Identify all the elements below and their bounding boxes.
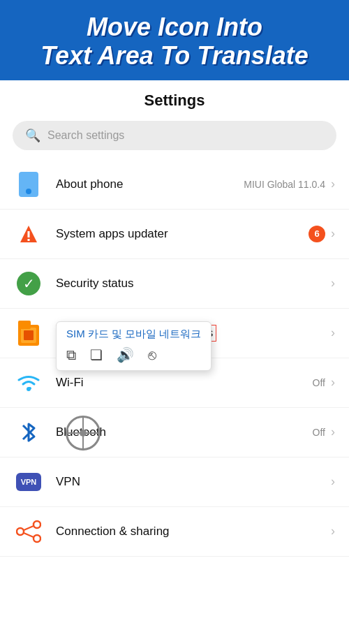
sim-chevron: › xyxy=(331,325,335,340)
system-apps-badge: 6 xyxy=(309,226,325,242)
search-bar-container: 🔍 Search settings xyxy=(0,117,349,160)
about-phone-label: About phone xyxy=(56,177,244,191)
tooltip-copy-all-icon[interactable]: ❏ xyxy=(90,346,103,363)
system-apps-icon xyxy=(14,219,43,249)
connection-icon xyxy=(14,517,43,546)
about-phone-chevron: › xyxy=(331,177,335,191)
search-bar[interactable]: 🔍 Search settings xyxy=(13,121,336,150)
bluetooth-icon xyxy=(14,418,43,447)
wifi-value: Off xyxy=(313,377,325,388)
tooltip-volume-icon[interactable]: 🔊 xyxy=(117,346,134,363)
bluetooth-chevron: › xyxy=(331,425,335,439)
svg-point-10 xyxy=(34,535,40,542)
security-icon: ✓ xyxy=(14,269,43,298)
search-icon: 🔍 xyxy=(25,128,40,143)
connection-chevron: › xyxy=(331,524,335,539)
svg-rect-6 xyxy=(18,321,31,329)
svg-rect-2 xyxy=(28,239,30,241)
about-phone-icon xyxy=(14,170,43,199)
svg-point-8 xyxy=(17,528,24,535)
tooltip-copy-icon[interactable]: ⧉ xyxy=(66,347,76,363)
vpn-label: VPN xyxy=(56,475,329,489)
bluetooth-value: Off xyxy=(313,427,325,438)
svg-point-7 xyxy=(27,387,31,391)
tooltip-actions: ⧉ ❏ 🔊 ⎋ xyxy=(66,346,201,363)
svg-line-11 xyxy=(24,526,34,530)
security-chevron: › xyxy=(331,276,335,291)
vpn-icon: VPN xyxy=(14,467,43,497)
tooltip-share-icon[interactable]: ⎋ xyxy=(148,347,156,363)
translation-banner: Move Icon Into Text Area To Translate xyxy=(0,0,349,80)
settings-item-about-phone[interactable]: About phone MIUI Global 11.0.4 › xyxy=(0,160,349,210)
svg-rect-1 xyxy=(28,231,30,237)
tooltip-korean-text: SIM 카드 및 모바일 네트워크 xyxy=(66,328,201,341)
bluetooth-label: Bluetooth xyxy=(56,425,313,439)
settings-item-security[interactable]: ✓ Security status › xyxy=(0,259,349,309)
banner-text: Move Icon Into Text Area To Translate xyxy=(14,13,335,71)
wifi-label: Wi-Fi xyxy=(56,376,313,390)
svg-line-12 xyxy=(24,533,34,537)
about-phone-value: MIUI Global 11.0.4 xyxy=(244,179,325,190)
security-label: Security status xyxy=(56,277,329,291)
search-input[interactable]: Search settings xyxy=(47,129,124,142)
system-apps-chevron: › xyxy=(331,226,335,241)
settings-item-connection[interactable]: Connection & sharing › xyxy=(0,507,349,557)
system-apps-label: System apps updater xyxy=(56,227,309,241)
wifi-icon xyxy=(14,368,43,397)
svg-point-9 xyxy=(34,521,40,528)
settings-item-system-apps[interactable]: System apps updater 6 › xyxy=(0,210,349,259)
settings-item-bluetooth[interactable]: Bluetooth Off › xyxy=(0,408,349,458)
wifi-chevron: › xyxy=(331,375,335,390)
page-title: Settings xyxy=(0,80,349,117)
sim-icon xyxy=(14,319,43,348)
settings-item-vpn[interactable]: VPN VPN › xyxy=(0,458,349,507)
translation-tooltip: SIM 카드 및 모바일 네트워크 ⧉ ❏ 🔊 ⎋ xyxy=(56,321,211,371)
connection-label: Connection & sharing xyxy=(56,525,329,539)
vpn-chevron: › xyxy=(331,474,335,489)
svg-rect-5 xyxy=(24,330,34,340)
